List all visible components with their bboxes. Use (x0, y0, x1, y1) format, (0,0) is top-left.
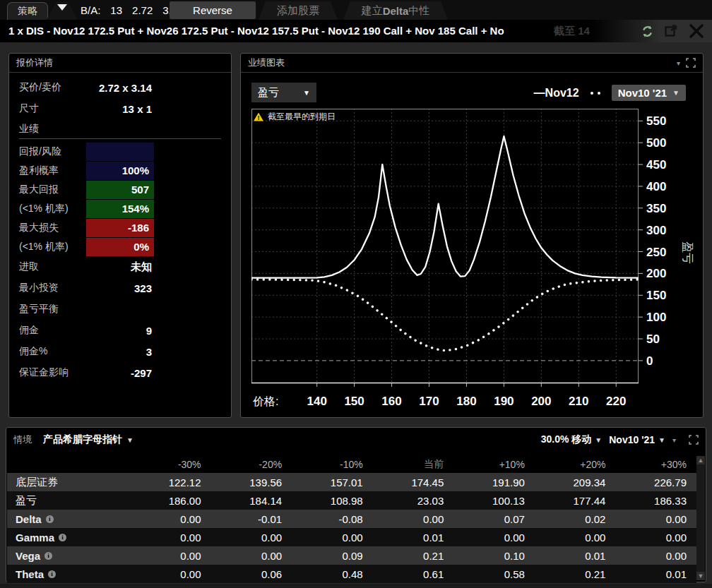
table-cell: 186.00 (126, 495, 207, 507)
table-cell: 0.06 (207, 568, 288, 580)
chart-panel-header: 业绩图表 ▾ (241, 54, 703, 73)
column-header: +10% (449, 459, 530, 470)
svg-text:300: 300 (646, 224, 666, 237)
table-scrollbar[interactable]: ▲ ▼ (696, 456, 705, 580)
delta-neutral-prefix: 建立 (362, 4, 383, 18)
add-stock-button[interactable]: 添加股票 (259, 1, 338, 20)
legend-dotted-sample (591, 92, 600, 95)
quote-row-value: 2.72 x 3.14 (81, 82, 152, 94)
table-cell: 23.03 (369, 495, 450, 507)
svg-text:150: 150 (646, 289, 666, 302)
svg-text:盈亏: 盈亏 (682, 241, 694, 264)
warning-text: 截至最早的到期日 (268, 111, 336, 123)
refresh-icon[interactable] (641, 25, 654, 38)
table-cell: 0.00 (369, 513, 450, 525)
table-cell: 0.00 (611, 513, 692, 525)
quote-row: 盈亏平衡 (19, 299, 221, 320)
svg-text:220: 220 (606, 395, 626, 408)
chart-header-caret-icon[interactable]: ▾ (677, 59, 680, 67)
quote-row: 最大回报507 (19, 180, 221, 199)
info-icon[interactable]: i (59, 534, 66, 541)
column-header: +30% (611, 459, 692, 470)
quote-row: (<1% 机率)0% (19, 237, 221, 256)
scenario-panel: 情境 产品希腊字母指针 ▼ 30.0% 移动 ▼ Nov10 '21 ▼ ▾ -… (6, 427, 706, 582)
table-cell: 191.90 (449, 476, 530, 488)
chevron-down-icon: ▼ (595, 436, 602, 444)
pl-metric-dropdown[interactable]: 盈亏 ▼ (251, 83, 316, 102)
quote-row-value-box: 154% (86, 200, 154, 218)
quote-row: 最大损失-186 (19, 218, 221, 237)
chart-date-value: Nov10 '21 (618, 87, 667, 99)
quote-row: 佣金%3 (19, 341, 221, 362)
chevron-down-icon: ▼ (303, 89, 310, 97)
ba-bid-size: 13 (110, 4, 122, 16)
svg-text:50: 50 (646, 332, 660, 346)
info-icon[interactable]: i (44, 552, 52, 560)
table-cell: 0.00 (126, 513, 207, 525)
row-label: Thetai (7, 568, 126, 580)
quote-row-label: 进取 (19, 260, 81, 273)
svg-text:500: 500 (646, 136, 666, 150)
column-header: 当前 (369, 458, 450, 471)
table-cell: 226.79 (611, 476, 692, 488)
table-cell: 0.09 (287, 550, 369, 562)
chart-warning: ! 截至最早的到期日 (254, 111, 336, 123)
column-header: -10% (287, 459, 369, 470)
svg-text:140: 140 (307, 395, 326, 408)
delta-neutral-bold: Delta (383, 5, 409, 17)
scroll-down-icon[interactable]: ▼ (696, 572, 705, 580)
expand-window-icon[interactable] (664, 24, 678, 38)
add-stock-label: 添加股票 (277, 4, 319, 18)
table-cell: 0.58 (449, 568, 530, 580)
move-percent-dropdown[interactable]: 30.0% 移动 ▼ (541, 433, 603, 446)
quote-row-label: (<1% 机率) (19, 241, 81, 253)
table-cell: 0.02 (530, 513, 612, 525)
svg-text:200: 200 (646, 267, 666, 280)
quote-row-value: 未知 (81, 260, 152, 274)
info-icon[interactable]: i (48, 570, 56, 578)
tab-strategy[interactable]: 策略 (7, 2, 48, 20)
scenario-header-caret-icon[interactable]: ▾ (672, 436, 676, 444)
tab-stub[interactable] (47, 2, 78, 20)
quote-row-label: 买价/卖价 (19, 81, 81, 94)
svg-text:190: 190 (494, 395, 514, 408)
quote-row: 业绩 (19, 119, 221, 139)
scroll-up-icon[interactable]: ▲ (696, 456, 705, 464)
scenario-expand-icon[interactable] (689, 435, 699, 445)
table-row: 盈亏186.00184.14108.9823.03100.13177.44186… (7, 491, 696, 510)
table-cell: 0.00 (287, 532, 369, 544)
greeks-selector-dropdown[interactable]: 产品希腊字母指针 ▼ (43, 433, 134, 446)
chevron-down-icon: ▼ (126, 436, 134, 444)
table-cell: 0.21 (530, 568, 612, 580)
table-cell: 0.01 (530, 550, 612, 562)
chart-date-dropdown[interactable]: Nov10 '21 ▼ (612, 85, 686, 101)
pl-metric-value: 盈亏 (258, 86, 279, 100)
reverse-button-label: Reverse (193, 4, 232, 16)
scenario-date-dropdown[interactable]: Nov10 '21 ▼ (609, 434, 665, 445)
svg-text:200: 200 (531, 395, 551, 408)
ba-label: B/A: (81, 4, 100, 16)
svg-text:0: 0 (646, 354, 653, 368)
table-cell: 108.98 (287, 495, 369, 507)
chart-expand-icon[interactable] (686, 58, 696, 68)
close-icon[interactable] (688, 23, 705, 40)
table-cell: 0.21 (369, 550, 450, 562)
quote-row: 保证金影响-297 (19, 362, 221, 383)
info-icon[interactable]: i (46, 515, 54, 523)
table-cell: 0.10 (449, 550, 530, 562)
column-header: -30% (126, 459, 207, 470)
svg-text:210: 210 (569, 395, 588, 408)
svg-text:550: 550 (646, 114, 666, 128)
table-cell: 177.44 (530, 495, 612, 507)
scenario-panel-header: 情境 产品希腊字母指针 ▼ 30.0% 移动 ▼ Nov10 '21 ▼ ▾ (6, 428, 706, 452)
delta-neutral-button[interactable]: 建立Delta中性 (343, 1, 448, 20)
table-cell: 0.00 (611, 550, 692, 562)
quote-row-label: 盈亏平衡 (19, 303, 81, 316)
table-cell: 122.12 (126, 476, 207, 488)
reverse-button[interactable]: Reverse (170, 1, 256, 19)
column-header: -20% (207, 459, 288, 470)
quote-row-value: 323 (81, 282, 152, 294)
quote-row-label: 盈利概率 (19, 164, 81, 177)
strategy-bar: 截至 14 1 x DIS - Nov12 172.5 Put + Nov26 … (0, 20, 712, 42)
table-cell: 0.07 (449, 513, 530, 525)
